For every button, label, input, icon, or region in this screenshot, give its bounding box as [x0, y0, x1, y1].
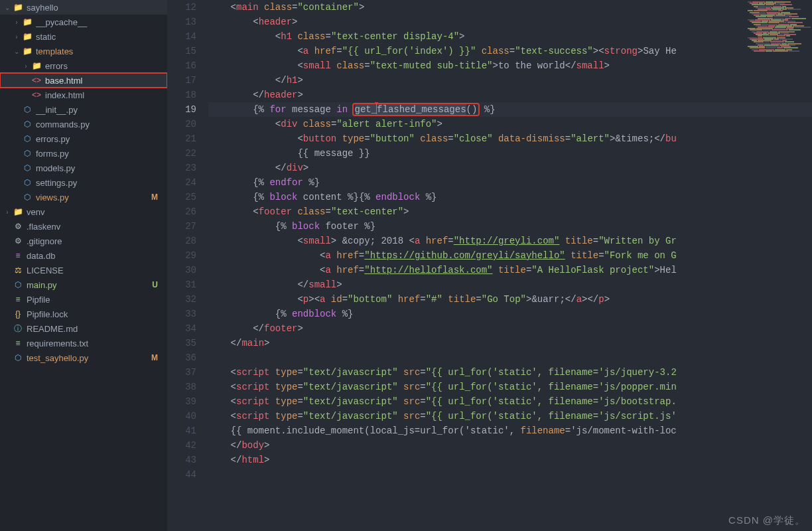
- line-number: 30: [167, 263, 196, 277]
- code-line[interactable]: <script type="text/javascript" src="{{ u…: [208, 394, 812, 409]
- file-name-label: index.html: [45, 90, 167, 100]
- folder-icon: 📁: [23, 17, 32, 27]
- chevron-right-icon: ›: [23, 62, 29, 70]
- code-line[interactable]: {% endblock %}: [208, 307, 812, 321]
- file-name-label: __init__.py: [36, 105, 167, 115]
- code-line[interactable]: {{ message }}: [208, 146, 812, 161]
- code-line[interactable]: </div>: [208, 161, 812, 175]
- file-forms.py[interactable]: ⬡forms.py: [0, 146, 167, 161]
- git-status-badge: M: [151, 192, 158, 202]
- line-number: 36: [167, 350, 196, 365]
- folder-static[interactable]: ›📁static: [0, 29, 167, 44]
- code-line[interactable]: {% block content %}{% endblock %}: [208, 190, 812, 204]
- code-line[interactable]: <script type="text/javascript" src="{{ u…: [208, 380, 812, 394]
- file-data.db[interactable]: ≡data.db: [0, 248, 167, 263]
- file-name-label: main.py: [27, 280, 167, 290]
- code-line[interactable]: <a href="{{ url_for('index') }}" class="…: [208, 44, 812, 58]
- code-line[interactable]: </header>: [208, 88, 812, 102]
- file-icon: <>: [32, 76, 41, 85]
- code-line[interactable]: {{ moment.include_moment(local_js=url_fo…: [208, 423, 812, 438]
- code-line[interactable]: <script type="text/javascript" src="{{ u…: [208, 409, 812, 423]
- folder-__pycache__[interactable]: ›📁__pycache__: [0, 15, 167, 29]
- file-name-label: views.py: [36, 192, 167, 202]
- code-line[interactable]: {% for message in get_flashed_messages()…: [208, 102, 812, 117]
- folder-icon: 📁: [13, 207, 23, 216]
- file-name-label: sayhello: [27, 3, 167, 13]
- code-line[interactable]: <small class="text-muted sub-title">to t…: [208, 58, 812, 73]
- code-line[interactable]: <main class="container">: [208, 0, 812, 15]
- code-content[interactable]: <main class="container"> <header> <h1 cl…: [208, 0, 812, 531]
- folder-errors[interactable]: ›📁errors: [0, 58, 167, 73]
- line-gutter: 1213141516171819202122232425262728293031…: [167, 0, 208, 531]
- file-icon: ⚙: [13, 222, 23, 231]
- code-line[interactable]: <p><a id="bottom" href="#" title="Go Top…: [208, 292, 812, 307]
- file-.gitignore[interactable]: ⚙.gitignore: [0, 234, 167, 248]
- line-number: 23: [167, 161, 196, 175]
- chevron-down-icon: ⌄: [13, 48, 20, 55]
- code-line[interactable]: [208, 350, 812, 365]
- code-line[interactable]: <small> &copy; 2018 <a href="http://grey…: [208, 234, 812, 248]
- file-errors.py[interactable]: ⬡errors.py: [0, 131, 167, 146]
- code-line[interactable]: <button type="button" class="close" data…: [208, 131, 812, 146]
- line-number: 29: [167, 248, 196, 263]
- file-commands.py[interactable]: ⬡commands.py: [0, 117, 167, 131]
- line-number: 25: [167, 190, 196, 204]
- code-line[interactable]: <h1 class="text-center display-4">: [208, 29, 812, 44]
- line-number: 38: [167, 380, 196, 394]
- code-line[interactable]: [208, 467, 812, 482]
- code-line[interactable]: </main>: [208, 336, 812, 350]
- code-line[interactable]: <a href="https://github.com/greyli/sayhe…: [208, 248, 812, 263]
- file-settings.py[interactable]: ⬡settings.py: [0, 175, 167, 190]
- file-name-label: .gitignore: [27, 236, 167, 246]
- file-icon: ⚙: [13, 236, 23, 246]
- code-line[interactable]: <header>: [208, 15, 812, 29]
- file-icon: ≡: [13, 339, 23, 348]
- minimap[interactable]: [744, 1, 811, 52]
- file-base.html[interactable]: <>base.html: [0, 73, 167, 88]
- file-README.md[interactable]: ⓘREADME.md: [0, 321, 167, 336]
- file-name-label: __pycache__: [36, 17, 167, 27]
- code-line[interactable]: </html>: [208, 453, 812, 467]
- code-line[interactable]: </small>: [208, 277, 812, 292]
- file-name-label: settings.py: [36, 178, 167, 188]
- editor[interactable]: 1213141516171819202122232425262728293031…: [167, 0, 812, 531]
- file-test_sayhello.py[interactable]: ⬡test_sayhello.pyM: [0, 350, 167, 365]
- file-.flaskenv[interactable]: ⚙.flaskenv: [0, 219, 167, 234]
- file-LICENSE[interactable]: ⚖LICENSE: [0, 263, 167, 277]
- file-Pipfile[interactable]: ≡Pipfile: [0, 292, 167, 307]
- code-line[interactable]: {% endfor %}: [208, 175, 812, 190]
- code-line[interactable]: <script type="text/javascript" src="{{ u…: [208, 365, 812, 380]
- code-line[interactable]: <footer class="text-center">: [208, 204, 812, 219]
- file-main.py[interactable]: ⬡main.pyU: [0, 277, 167, 292]
- file-name-label: commands.py: [36, 119, 167, 129]
- code-line[interactable]: {% block footer %}: [208, 219, 812, 234]
- code-line[interactable]: </h1>: [208, 73, 812, 88]
- folder-icon: 📁: [32, 61, 41, 70]
- file-requirements.txt[interactable]: ≡requirements.txt: [0, 336, 167, 350]
- code-line[interactable]: </footer>: [208, 321, 812, 336]
- file-views.py[interactable]: ⬡views.pyM: [0, 190, 167, 204]
- line-number: 33: [167, 307, 196, 321]
- file-explorer[interactable]: ⌄📁sayhello›📁__pycache__›📁static⌄📁templat…: [0, 0, 167, 531]
- folder-venv[interactable]: ›📁venv: [0, 204, 167, 219]
- line-number: 31: [167, 277, 196, 292]
- folder-templates[interactable]: ⌄📁templates: [0, 44, 167, 58]
- line-number: 44: [167, 467, 196, 482]
- code-line[interactable]: </body>: [208, 438, 812, 453]
- line-number: 35: [167, 336, 196, 350]
- code-line[interactable]: <div class="alert alert-info">: [208, 117, 812, 131]
- file-__init__.py[interactable]: ⬡__init__.py: [0, 102, 167, 117]
- file-name-label: .flaskenv: [27, 222, 167, 232]
- folder-sayhello[interactable]: ⌄📁sayhello: [0, 0, 167, 15]
- file-index.html[interactable]: <>index.html: [0, 88, 167, 102]
- line-number: 43: [167, 453, 196, 467]
- file-icon: ⬡: [23, 163, 32, 173]
- file-name-label: errors: [45, 61, 167, 71]
- highlight-box: get_flashed_messages(): [354, 104, 479, 115]
- file-models.py[interactable]: ⬡models.py: [0, 161, 167, 175]
- file-icon: ⬡: [23, 119, 32, 129]
- chevron-right-icon: ›: [13, 33, 20, 40]
- file-Pipfile.lock[interactable]: {}Pipfile.lock: [0, 307, 167, 321]
- line-number: 16: [167, 58, 196, 73]
- code-line[interactable]: <a href="http://helloflask.com" title="A…: [208, 263, 812, 277]
